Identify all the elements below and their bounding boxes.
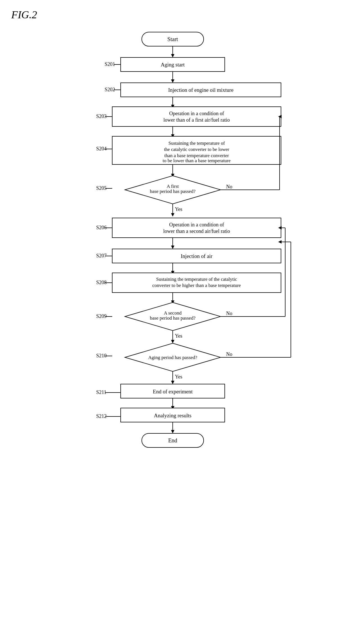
svg-text:S206: S206: [96, 225, 107, 230]
svg-text:than a base temperature conver: than a base temperature converter: [164, 153, 229, 158]
svg-text:S207: S207: [96, 253, 107, 259]
svg-text:base period has passed?: base period has passed?: [150, 315, 195, 321]
svg-text:A first: A first: [167, 184, 179, 189]
svg-marker-87: [171, 381, 174, 384]
svg-text:S210: S210: [96, 353, 107, 358]
svg-text:No: No: [226, 184, 232, 190]
svg-text:Analyzing results: Analyzing results: [154, 413, 192, 418]
svg-rect-50: [112, 218, 281, 238]
svg-text:lower than of a first air/fuel: lower than of a first air/fuel ratio: [163, 117, 230, 123]
svg-text:End: End: [168, 437, 177, 444]
svg-text:Yes: Yes: [175, 206, 182, 212]
svg-text:Sustaining the temperature of : Sustaining the temperature of the cataly…: [156, 277, 237, 282]
svg-text:S203: S203: [96, 113, 107, 119]
svg-text:S208: S208: [96, 280, 107, 285]
svg-text:Yes: Yes: [175, 374, 182, 380]
svg-text:No: No: [226, 351, 232, 357]
svg-text:base period has passed?: base period has passed?: [150, 189, 195, 194]
svg-text:Injection of engine oil mixtur: Injection of engine oil mixture: [168, 87, 233, 93]
svg-text:Aging start: Aging start: [161, 62, 185, 68]
svg-marker-39: [171, 213, 174, 217]
svg-text:No: No: [226, 311, 232, 316]
svg-text:Operation in a condition of: Operation in a condition of: [169, 111, 224, 116]
svg-text:S202: S202: [105, 87, 115, 92]
svg-marker-75: [171, 340, 174, 343]
page-title: FIG.2: [0, 0, 362, 24]
svg-text:S205: S205: [96, 185, 107, 191]
svg-text:S201: S201: [105, 61, 115, 67]
svg-text:Sustaining the temperature of: Sustaining the temperature of: [168, 141, 225, 146]
svg-text:the catalytic  converter to be: the catalytic converter to be lower: [164, 147, 229, 152]
svg-text:Yes: Yes: [175, 333, 182, 339]
svg-text:lower than a second air/fuel r: lower than a second air/fuel ratio: [163, 228, 230, 234]
svg-text:A second: A second: [164, 310, 181, 316]
flowchart: Start S201 Aging start S202 Injection of…: [60, 24, 302, 632]
svg-text:Operation in a condition of: Operation in a condition of: [169, 222, 224, 228]
svg-marker-92: [278, 240, 282, 244]
svg-text:S204: S204: [96, 146, 107, 151]
svg-text:S212: S212: [96, 413, 107, 419]
svg-text:Aging period has passed?: Aging period has passed?: [148, 355, 197, 360]
svg-text:S209: S209: [96, 313, 107, 319]
svg-text:S211: S211: [96, 389, 106, 395]
svg-text:converter to be higher than a : converter to be higher than a base tempe…: [152, 283, 241, 288]
svg-marker-3: [171, 54, 174, 57]
svg-text:End of experiment: End of experiment: [153, 389, 193, 395]
svg-marker-54: [171, 246, 174, 249]
svg-text:Start: Start: [167, 36, 178, 42]
svg-rect-18: [112, 107, 281, 126]
svg-text:Injection of air: Injection of air: [181, 253, 213, 259]
svg-text:to be lower than a base temper: to be lower than a base temperature: [163, 158, 231, 163]
svg-marker-9: [171, 79, 174, 83]
svg-marker-104: [171, 430, 174, 433]
